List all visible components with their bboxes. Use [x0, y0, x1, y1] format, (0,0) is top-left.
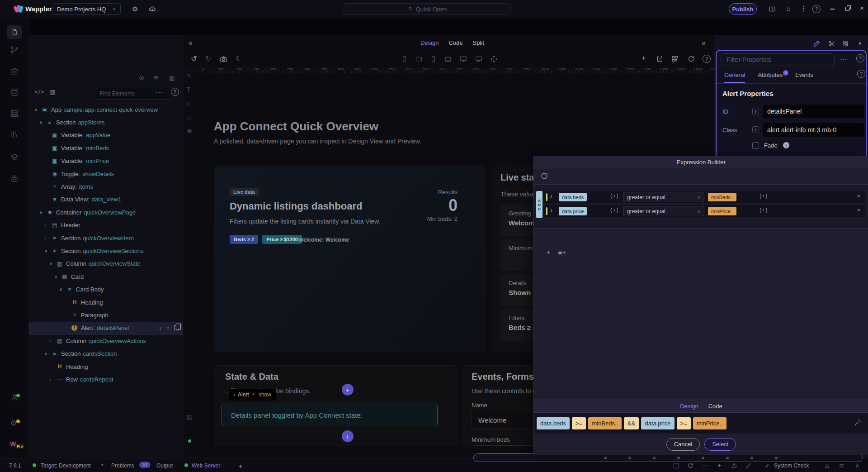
back-chevron-icon[interactable]: ‹ — [233, 391, 235, 398]
tree-item[interactable]: ▣ Variable: appValue ↓ + — [29, 129, 183, 142]
view-mode-tab[interactable]: Code — [448, 39, 462, 46]
bug-icon[interactable] — [838, 462, 845, 470]
remove-condition-icon[interactable]: × — [857, 193, 860, 200]
project-selector[interactable]: Demo Projects HQ ∨ — [52, 3, 121, 15]
tree-item[interactable]: › ⋯ Row cardsRepeat ↓ + — [29, 373, 183, 386]
dynamic-data-bolt-icon[interactable] — [641, 55, 647, 64]
undo-icon[interactable]: ↺ — [191, 54, 197, 63]
id-info-icon[interactable]: i — [752, 108, 759, 114]
tabs-help-icon[interactable]: ? — [857, 70, 865, 78]
tour-dot[interactable] — [726, 457, 729, 459]
tree-item[interactable]: H Heading ↓ + — [29, 296, 183, 309]
refresh-icon[interactable] — [688, 55, 695, 62]
class-input[interactable] — [763, 123, 864, 137]
extensions-icon[interactable] — [10, 67, 19, 76]
tree-item[interactable]: ∨ ≡ Card Body ↓ + — [29, 283, 183, 296]
operator-select[interactable]: greater or equal ∨ — [623, 206, 704, 216]
dialog-view-tab[interactable]: Design — [680, 403, 698, 410]
add-panel-icon[interactable]: + — [239, 462, 242, 470]
ai-assistant-icon[interactable] — [10, 174, 19, 183]
tree-item[interactable]: › ▥ Column quickOverviewActions ↓ + — [29, 334, 183, 347]
quick-open-search[interactable]: Quick Open — [344, 3, 511, 15]
workflows-icon[interactable] — [10, 109, 19, 118]
sparkles-icon[interactable]: ✦ — [717, 462, 722, 469]
device-desktop-icon[interactable] — [459, 55, 467, 65]
tree-caret-icon[interactable]: › — [44, 236, 51, 241]
tour-dot[interactable] — [677, 457, 680, 459]
library-icon[interactable] — [10, 130, 19, 139]
css-styles-icon[interactable] — [842, 40, 849, 48]
duplicate-icon[interactable] — [175, 325, 179, 330]
tree-item[interactable]: ∨ ■ Container quickOverviewPage ↓ + — [29, 206, 183, 219]
add-element-button[interactable]: + — [342, 430, 354, 442]
problems-badge[interactable]: 1/1 — [139, 462, 151, 468]
eraser-icon[interactable] — [824, 462, 830, 470]
tree-item[interactable]: ∨ » Section cardsSection ↓ + — [29, 347, 183, 360]
view-mode-tab[interactable]: Split — [473, 39, 484, 46]
add-group-icon[interactable]: ▣+ — [557, 249, 566, 256]
fade-info-icon[interactable]: i — [783, 142, 789, 148]
select-button[interactable]: Select — [704, 438, 736, 451]
thumbs-up-icon[interactable] — [731, 462, 737, 470]
tour-dot[interactable] — [775, 457, 778, 459]
qr-code-icon[interactable] — [671, 55, 679, 62]
device-phone-icon[interactable] — [401, 55, 408, 65]
pages-panel-icon[interactable] — [7, 25, 22, 39]
dynamic-data-picker-icon[interactable]: {} — [610, 193, 618, 199]
tree-caret-icon[interactable]: ∨ — [59, 287, 66, 292]
restore-window-button[interactable] — [845, 7, 849, 11]
add-icon[interactable]: + — [166, 325, 170, 331]
tree-item[interactable]: ∨ ▣ App sample-app-connect-quick-overvie… — [29, 103, 183, 116]
refresh-expression-icon[interactable] — [540, 172, 548, 180]
code-view-icon[interactable]: </> — [34, 89, 44, 95]
tree-caret-icon[interactable]: ∨ — [44, 248, 51, 253]
expression-token[interactable]: data.price — [641, 417, 674, 429]
dynamic-data-picker-icon[interactable]: {} — [760, 193, 767, 199]
breakpoint-square-icon[interactable] — [674, 463, 679, 468]
structure-icon[interactable]: ▦ — [49, 88, 55, 95]
tree-item[interactable]: ≡ Array: items ↓ + — [29, 180, 183, 193]
panel-more-icon[interactable]: ⋯ — [840, 55, 847, 64]
tree-caret-icon[interactable]: ∨ — [44, 351, 51, 356]
target-mode-icon[interactable] — [138, 75, 145, 81]
tree-more-icon[interactable]: ⋯ — [156, 88, 163, 97]
tree-help-icon[interactable]: ? — [171, 88, 179, 96]
operator-select[interactable]: greater or equal ∨ — [623, 192, 704, 202]
screenshot-camera-icon[interactable] — [220, 55, 227, 63]
magic-wand-icon[interactable] — [854, 419, 862, 429]
filter-properties-input[interactable] — [721, 53, 835, 66]
tree-caret-icon[interactable]: ∨ — [39, 120, 46, 125]
value-token[interactable]: minBeds.. — [708, 193, 736, 201]
output-button[interactable]: Output — [156, 462, 173, 469]
tree-caret-icon[interactable]: ∨ — [54, 274, 61, 279]
tree-caret-icon[interactable]: ∨ — [39, 210, 46, 215]
fade-checkbox[interactable] — [752, 142, 759, 149]
tree-item[interactable]: ≡ Paragraph ↓ + — [29, 309, 183, 321]
columns-view-icon[interactable]: ▥ — [169, 75, 175, 81]
tree-item[interactable]: ∨ ▥ Column quickOverviewState ↓ + — [29, 257, 183, 270]
target-chevron-icon[interactable]: ▾ — [101, 462, 104, 467]
target-selector[interactable]: Target: Development — [41, 462, 91, 469]
kebab-menu-icon[interactable]: ⋮ — [800, 5, 807, 13]
expand-right-icon[interactable]: » — [702, 39, 706, 47]
dynamic-attribute-show[interactable]: show — [259, 391, 271, 398]
collapse-left-icon[interactable]: « — [189, 39, 193, 47]
sort-handle-icon[interactable]: ↕ — [550, 193, 552, 200]
tree-item[interactable]: ▼ Data View: data_view1 ↓ + — [29, 193, 183, 206]
inspector-tab[interactable]: Events — [795, 72, 813, 83]
expression-token[interactable]: && — [624, 417, 639, 429]
tour-dot[interactable] — [750, 457, 753, 459]
edit-properties-icon[interactable] — [813, 40, 821, 49]
field-token[interactable]: data.beds — [559, 193, 587, 201]
tree-caret-icon[interactable]: › — [49, 377, 56, 382]
element-toolbar-tooltip[interactable]: ‹ Alert show — [229, 389, 276, 400]
tree-caret-icon[interactable]: › — [49, 339, 56, 343]
status-more-icon[interactable]: ⋯ — [703, 462, 708, 469]
layers-icon[interactable] — [10, 153, 19, 162]
collapse-up-icon[interactable]: ∧ — [855, 462, 859, 469]
expression-token[interactable]: minPrice.. — [693, 417, 726, 429]
split-view-icon[interactable] — [769, 5, 776, 13]
reload-icon[interactable] — [687, 462, 694, 470]
tree-item[interactable]: › » Section quickOverviewHero ↓ + — [29, 232, 183, 244]
cancel-button[interactable]: Cancel — [666, 438, 700, 451]
